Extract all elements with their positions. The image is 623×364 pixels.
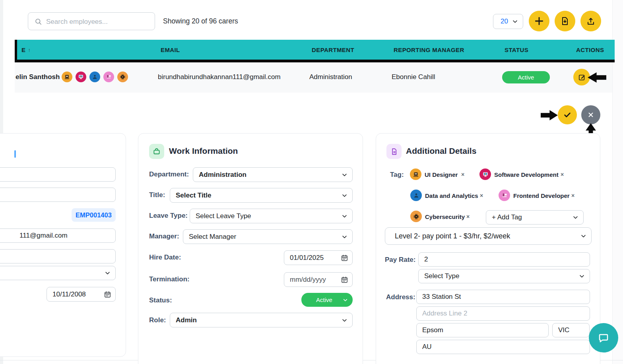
clipped-blue-icon [14, 150, 16, 158]
table-row[interactable]: elin Santhosh birundhabirundhakannan111@… [15, 62, 612, 93]
chevron-down-icon [580, 233, 586, 239]
upload-button[interactable] [580, 11, 601, 31]
additional-details-panel-icon [386, 144, 402, 159]
email-field[interactable] [0, 228, 116, 243]
chevron-down-icon [573, 215, 578, 221]
phone-field[interactable] [0, 249, 116, 263]
chevron-down-icon [342, 213, 347, 219]
gender-select[interactable] [0, 266, 116, 280]
row-tag-cybersecurity [117, 72, 128, 82]
monitor-icon [482, 171, 489, 178]
annotation-arrow-edit [588, 72, 606, 83]
search-input[interactable] [28, 13, 155, 31]
workstation-icon [501, 192, 508, 199]
row-tag-data-analytics [89, 72, 100, 82]
column-header-status[interactable]: STATUS [505, 40, 528, 60]
person-icon [413, 192, 419, 199]
address-line1-input[interactable] [416, 290, 590, 304]
book-icon [413, 171, 419, 178]
termination-date-field[interactable]: mm/dd/yyyy [284, 272, 353, 287]
country-input[interactable] [416, 340, 590, 354]
check-icon [563, 110, 572, 119]
status-badge: Active [502, 71, 550, 83]
workstation-icon [106, 74, 112, 80]
column-header-department[interactable]: DEPARTMENT [312, 40, 354, 60]
hire-date-field[interactable]: 01/01/2025 [284, 250, 353, 265]
sort-up-icon: ↑ [28, 47, 31, 53]
book-icon [64, 74, 70, 80]
page-size-select[interactable]: 20 [493, 14, 523, 29]
city-input[interactable] [416, 323, 549, 337]
tag-remove-data-analytics[interactable]: × [480, 192, 483, 199]
chat-bubble-icon [598, 332, 609, 344]
document-icon [390, 148, 398, 155]
tag-label: Tag: [390, 171, 404, 179]
manager-select[interactable]: Select Manager [183, 229, 353, 244]
chevron-down-icon [342, 317, 347, 323]
title-label: Title: [149, 191, 165, 199]
dob-field[interactable]: 10/11/2008 [47, 287, 116, 302]
tag-remove-software-development[interactable]: × [561, 171, 564, 178]
calendar-icon [341, 276, 348, 283]
first-name-field[interactable] [0, 167, 116, 182]
column-header-name[interactable]: E ↑ [21, 40, 31, 60]
pay-level-select[interactable]: Level 2- pay point 1 - $3/hr, $2/week [385, 227, 592, 245]
chevron-down-icon [342, 234, 347, 240]
tag-remove-cybersecurity[interactable]: × [466, 213, 470, 220]
leave-type-select[interactable]: Select Leave Type [190, 209, 353, 223]
monitor-icon [78, 74, 84, 80]
tag-chip-ui-designer-icon [410, 168, 421, 180]
tag-remove-ui-designer[interactable]: × [461, 171, 464, 178]
export-file-button[interactable] [555, 11, 575, 31]
plus-icon [534, 16, 544, 26]
pay-rate-label: Pay Rate: [385, 256, 415, 264]
briefcase-icon [153, 147, 161, 155]
status-select[interactable]: Active [301, 293, 353, 307]
leave-type-label: Leave Type: [149, 212, 188, 220]
role-label: Role: [149, 316, 166, 324]
chip-icon [120, 74, 126, 80]
column-header-email[interactable]: EMAIL [161, 40, 180, 60]
tag-remove-frontend-developer[interactable]: × [571, 192, 574, 199]
save-button[interactable] [558, 105, 577, 124]
page-size-value: 20 [499, 17, 508, 25]
person-icon [92, 74, 98, 80]
employee-manager: Ebonnie Cahill [392, 73, 435, 81]
column-header-actions[interactable]: ACTIONS [576, 40, 604, 60]
manager-label: Manager: [149, 232, 179, 240]
edit-pencil-icon [578, 74, 586, 81]
employee-id-badge: EMP001403 [72, 208, 116, 222]
row-tag-software-development [76, 72, 86, 82]
pay-rate-input[interactable] [418, 252, 590, 267]
tag-chip-cybersecurity-icon [410, 211, 422, 222]
employee-email: birundhabirundhakannan111@gmail.com [158, 73, 281, 81]
pay-type-select[interactable]: Select Type [418, 269, 590, 283]
personal-info-panel [0, 133, 126, 357]
chevron-down-icon [342, 172, 347, 178]
add-tag-select[interactable]: + Add Tag [486, 210, 584, 225]
tag-chip-frontend-developer-label: Frontend Developer [513, 192, 570, 199]
chat-widget-button[interactable] [589, 323, 618, 352]
cancel-button[interactable] [581, 105, 600, 124]
address-line2-input[interactable] [416, 306, 590, 321]
edit-row-button[interactable] [573, 69, 590, 85]
tag-chip-data-analytics-label: Data and Analytics [425, 192, 478, 199]
annotation-arrow-save [541, 110, 558, 120]
add-employee-button[interactable] [529, 11, 549, 31]
department-select[interactable]: Administration [193, 167, 353, 182]
title-select[interactable]: Select Title [170, 188, 353, 203]
file-download-icon [560, 16, 570, 26]
tag-chip-frontend-developer-icon [499, 190, 510, 201]
state-input[interactable] [552, 323, 590, 337]
search-box [28, 12, 155, 30]
column-header-manager[interactable]: REPORTING MANAGER [394, 40, 464, 60]
tag-chip-data-analytics-icon [410, 190, 422, 201]
role-select[interactable]: Admin [170, 313, 353, 327]
chevron-down-icon [342, 192, 347, 198]
upload-icon [586, 16, 596, 26]
table-header: E ↑ EMAIL DEPARTMENT REPORTING MANAGER S… [15, 40, 615, 62]
row-tag-frontend-developer [103, 72, 114, 82]
last-name-field[interactable] [0, 188, 116, 202]
employee-management-page: Showing 20 of 96 carers 20 E ↑ EMAIL DEP… [0, 0, 623, 364]
employee-name: elin Santhosh [16, 73, 60, 81]
